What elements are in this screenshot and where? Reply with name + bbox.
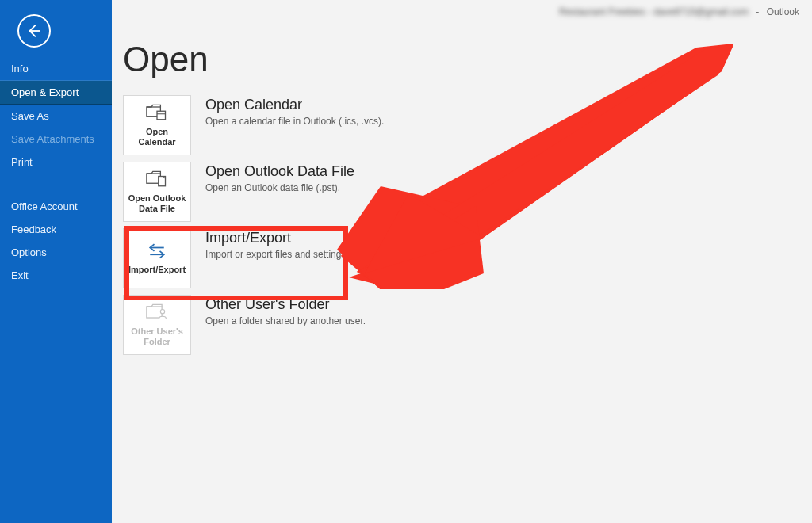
- sidebar-separator: [11, 185, 101, 185]
- tile-label: Other User's Folder: [124, 326, 190, 347]
- app-name: Outlook: [767, 6, 799, 17]
- data-file-folder-icon: [146, 170, 168, 189]
- option-title: Other User's Folder: [205, 296, 366, 313]
- option-title: Import/Export: [205, 230, 349, 246]
- page-title: Open: [123, 40, 804, 79]
- option-description: Import or export files and settings.: [205, 249, 349, 260]
- sidebar-item-label: Exit: [11, 269, 29, 281]
- sidebar-item-feedback[interactable]: Feedback: [0, 218, 112, 241]
- option-text: Other User's Folder Open a folder shared…: [205, 295, 366, 326]
- sidebar-item-save-attachments: Save Attachments: [0, 128, 112, 151]
- option-description: Open a folder shared by another user.: [205, 315, 366, 326]
- svg-rect-7: [147, 307, 162, 318]
- option-description: Open an Outlook data file (.pst).: [205, 182, 354, 193]
- tile-label: Open Outlook Data File: [124, 193, 190, 214]
- back-button[interactable]: [17, 14, 51, 48]
- sidebar-item-open-export[interactable]: Open & Export: [0, 80, 112, 105]
- svg-point-8: [160, 309, 164, 313]
- tile-open-outlook-data-file[interactable]: Open Outlook Data File: [123, 162, 191, 222]
- arrow-left-icon: [25, 22, 43, 40]
- sidebar-item-label: Open & Export: [11, 86, 79, 98]
- sidebar-item-label: Save Attachments: [11, 133, 94, 145]
- account-name-blurred: Restaurant Freebies - dave8715@gmail.com: [559, 6, 749, 17]
- sidebar-item-print[interactable]: Print: [0, 151, 112, 174]
- option-text: Open Outlook Data File Open an Outlook d…: [205, 162, 354, 193]
- sidebar-item-label: Options: [11, 246, 47, 258]
- main-panel: Open Open Calendar Open Calendar Open a …: [123, 40, 804, 361]
- sidebar-item-label: Print: [11, 156, 33, 168]
- svg-rect-1: [157, 111, 166, 120]
- sidebar-item-label: Save As: [11, 110, 49, 122]
- calendar-folder-icon: [146, 103, 168, 122]
- tile-label: Import/Export: [125, 265, 189, 275]
- option-title: Open Calendar: [205, 97, 384, 113]
- sidebar-nav-secondary: Office Account Feedback Options Exit: [0, 195, 112, 287]
- option-text: Open Calendar Open a calendar file in Ou…: [205, 95, 384, 127]
- sidebar-item-office-account[interactable]: Office Account: [0, 195, 112, 218]
- option-open-outlook-data-file: Open Outlook Data File Open Outlook Data…: [123, 162, 804, 222]
- sidebar-item-label: Office Account: [11, 200, 78, 212]
- tile-import-export[interactable]: Import/Export: [123, 228, 191, 288]
- sidebar-item-options[interactable]: Options: [0, 241, 112, 264]
- tile-other-users-folder: Other User's Folder: [123, 295, 191, 355]
- option-text: Import/Export Import or export files and…: [205, 228, 349, 260]
- sidebar-item-save-as[interactable]: Save As: [0, 105, 112, 128]
- sidebar-nav-primary: Info Open & Export Save As Save Attachme…: [0, 57, 112, 174]
- option-title: Open Outlook Data File: [205, 163, 354, 180]
- option-description: Open a calendar file in Outlook (.ics, .…: [205, 116, 384, 127]
- option-import-export: Import/Export Import/Export Import or ex…: [123, 228, 804, 288]
- tile-label: Open Calendar: [124, 127, 190, 147]
- titlebar-separator: -: [756, 6, 759, 17]
- sidebar-item-label: Info: [11, 63, 29, 74]
- option-open-calendar: Open Calendar Open Calendar Open a calen…: [123, 95, 804, 155]
- sidebar-item-info[interactable]: Info: [0, 57, 112, 80]
- titlebar-account: Restaurant Freebies - dave8715@gmail.com…: [559, 6, 799, 17]
- import-export-icon: [146, 241, 168, 260]
- sidebar-item-label: Feedback: [11, 223, 56, 235]
- option-other-users-folder: Other User's Folder Other User's Folder …: [123, 295, 804, 355]
- shared-folder-icon: [146, 303, 168, 322]
- tile-open-calendar[interactable]: Open Calendar: [123, 95, 191, 155]
- backstage-sidebar: Info Open & Export Save As Save Attachme…: [0, 0, 112, 523]
- sidebar-item-exit[interactable]: Exit: [0, 264, 112, 287]
